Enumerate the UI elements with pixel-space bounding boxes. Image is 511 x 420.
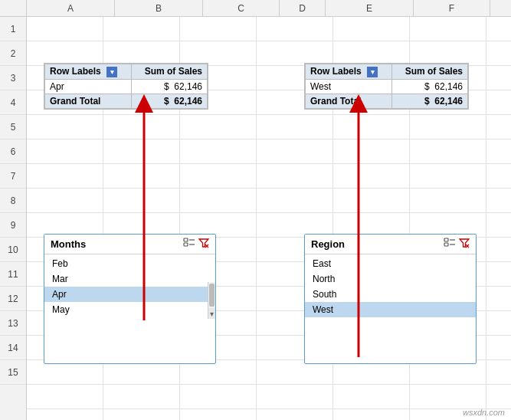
pivot-left-grand-label: Grand Total: [45, 94, 132, 108]
slicer-months-item-mar[interactable]: Mar: [44, 271, 215, 287]
slicer-region-icons: [444, 238, 470, 251]
row-1: 1: [0, 17, 26, 41]
slicer-region-clear-icon[interactable]: [459, 238, 470, 251]
slicer-region-item-east[interactable]: East: [305, 256, 476, 271]
svg-rect-0: [184, 238, 188, 241]
row-2: 2: [0, 41, 26, 66]
pivot-right-header1: Row Labels ▾: [306, 64, 392, 80]
slicer-months-scrollbar[interactable]: ▾: [208, 282, 215, 319]
slicer-region-multiselect-icon[interactable]: [444, 238, 456, 251]
svg-rect-8: [444, 243, 448, 246]
col-header-F: F: [414, 0, 490, 16]
slicer-months-scroll-thumb[interactable]: [209, 284, 215, 307]
slicer-months[interactable]: Months: [44, 234, 216, 364]
pivot-right-value-west: $ 62,146: [392, 79, 468, 94]
row-8: 8: [0, 189, 26, 213]
pivot-left-value-apr: $ 62,146: [132, 79, 208, 94]
col-header-E: E: [326, 0, 414, 16]
row-11: 11: [0, 262, 26, 287]
slicer-region-item-north[interactable]: North: [305, 271, 476, 287]
svg-rect-1: [184, 243, 188, 246]
row-4: 4: [0, 90, 26, 115]
pivot-left-label-apr: Apr: [45, 79, 132, 94]
corner-cell: [0, 0, 27, 16]
slicer-months-icons: [183, 238, 209, 251]
pivot-right-row-west: West $ 62,146: [306, 79, 468, 94]
slicer-months-item-may[interactable]: May: [44, 302, 215, 317]
pivot-right-grand-value: $ 62,146: [392, 94, 468, 108]
pivot-right-grand-label: Grand Total: [306, 94, 392, 108]
spreadsheet: A B C D E F 1 2 3 4 5 6 7 8 9 10 11 12 1…: [0, 0, 511, 420]
pivot-left-filter-icon[interactable]: ▾: [106, 67, 117, 77]
slicer-months-clear-icon[interactable]: [198, 238, 209, 251]
row-15: 15: [0, 360, 26, 385]
slicer-region-header: Region: [305, 235, 476, 254]
pivot-left-grand-value: $ 62,146: [132, 94, 208, 108]
slicer-months-title: Months: [51, 238, 86, 250]
slicer-region-item-west[interactable]: West: [305, 302, 476, 317]
pivot-table-right: Row Labels ▾ Sum of Sales West $ 62,146 …: [304, 63, 469, 110]
pivot-right-grand-total: Grand Total $ 62,146: [306, 94, 468, 108]
row-headers: 1 2 3 4 5 6 7 8 9 10 11 12 13 14 15: [0, 17, 27, 420]
col-header-C: C: [203, 0, 280, 16]
slicer-region-item-south[interactable]: South: [305, 287, 476, 302]
row-9: 9: [0, 213, 26, 238]
slicer-months-item-apr[interactable]: Apr: [44, 287, 215, 302]
row-10: 10: [0, 238, 26, 262]
slicer-months-header: Months: [44, 235, 215, 254]
pivot-right-label-west: West: [306, 79, 392, 94]
pivot-right-filter-icon[interactable]: ▾: [367, 67, 378, 77]
row-5: 5: [0, 115, 26, 139]
row-7: 7: [0, 164, 26, 189]
col-header-D: D: [280, 0, 326, 16]
pivot-left-header1: Row Labels ▾: [45, 64, 132, 80]
slicer-region-items: East North South West: [305, 254, 476, 319]
col-header-B: B: [115, 0, 203, 16]
row-6: 6: [0, 139, 26, 164]
slicer-region-title: Region: [311, 238, 345, 250]
watermark: wsxdn.com: [463, 408, 505, 417]
col-header-A: A: [27, 0, 115, 16]
row-12: 12: [0, 287, 26, 311]
col-headers: A B C D E F: [0, 0, 511, 17]
pivot-left-grand-total: Grand Total $ 62,146: [45, 94, 208, 108]
pivot-left-row-apr: Apr $ 62,146: [45, 79, 208, 94]
row-3: 3: [0, 66, 26, 90]
slicer-months-items: Feb Mar Apr May ▾: [44, 254, 215, 319]
row-14: 14: [0, 336, 26, 360]
slicer-months-scroll-down[interactable]: ▾: [208, 308, 215, 319]
pivot-left-header2: Sum of Sales: [132, 64, 208, 80]
pivot-right-header2: Sum of Sales: [392, 64, 468, 80]
pivot-table-left: Row Labels ▾ Sum of Sales Apr $ 62,146 G…: [44, 63, 208, 110]
svg-rect-7: [444, 238, 448, 241]
slicer-months-item-feb[interactable]: Feb: [44, 256, 215, 271]
row-13: 13: [0, 311, 26, 336]
slicer-region[interactable]: Region: [304, 234, 477, 364]
slicer-months-multiselect-icon[interactable]: [183, 238, 195, 251]
